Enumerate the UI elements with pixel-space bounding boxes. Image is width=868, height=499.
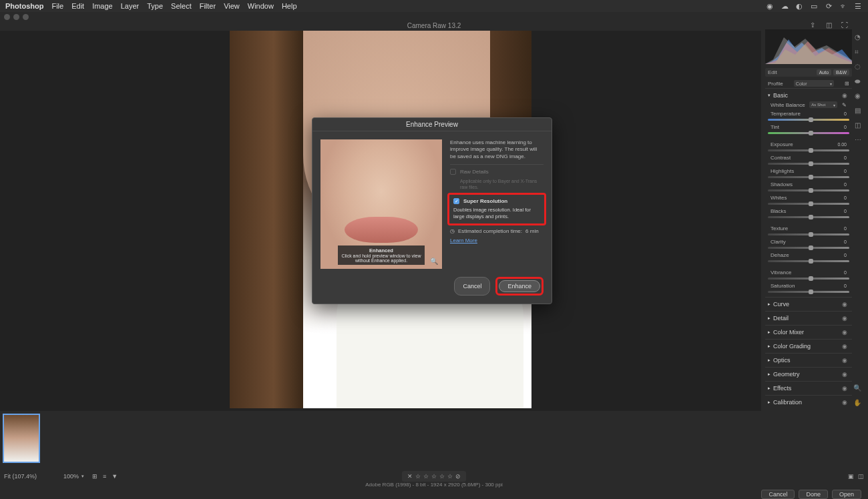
sync-icon[interactable]: ⟳ — [824, 1, 833, 11]
crop-tool-icon[interactable]: ⌗ — [855, 48, 864, 57]
menu-filter[interactable]: Filter — [200, 2, 216, 10]
edit-tool-icon[interactable]: ◔ — [855, 33, 864, 43]
close-window-icon[interactable] — [4, 14, 10, 20]
preset-tool-icon[interactable]: ▤ — [855, 107, 864, 116]
whites-slider[interactable] — [768, 203, 849, 205]
redeye-tool-icon[interactable]: ◉ — [855, 92, 864, 101]
bw-button[interactable]: B&W — [833, 69, 849, 75]
menu-image[interactable]: Image — [92, 2, 113, 10]
filter-icon[interactable]: ▼ — [112, 473, 118, 480]
magnifier-icon[interactable]: 🔍 — [430, 258, 438, 265]
finder-icon[interactable]: ◐ — [795, 1, 804, 11]
eye-icon[interactable]: ◉ — [842, 301, 849, 308]
vibrance-value[interactable]: 0 — [836, 270, 847, 275]
menu-window[interactable]: Window — [248, 2, 274, 10]
temperature-slider[interactable] — [768, 119, 849, 121]
single-view-icon[interactable]: ▣ — [848, 473, 854, 480]
histogram[interactable] — [765, 29, 852, 64]
menu-select[interactable]: Select — [171, 2, 192, 10]
super-resolution-checkbox[interactable]: ✓ — [453, 198, 459, 204]
more-tool-icon[interactable]: ⋯ — [855, 136, 864, 145]
shadows-value[interactable]: 0 — [836, 182, 847, 187]
blacks-slider[interactable] — [768, 216, 849, 218]
menu-view[interactable]: View — [224, 2, 240, 10]
temperature-value[interactable]: 0 — [836, 111, 847, 116]
colorgrading-header[interactable]: ▸Color Grading◉ — [765, 342, 852, 351]
wifi-icon[interactable]: ᯤ — [839, 1, 848, 11]
whites-value[interactable]: 0 — [836, 195, 847, 200]
eye-icon[interactable]: ◉ — [842, 357, 849, 364]
fullscreen-icon[interactable]: ⛶ — [840, 20, 849, 29]
zoom-icon[interactable]: 🔍 — [853, 384, 863, 394]
compare-icon[interactable]: ◫ — [824, 20, 833, 29]
preview-window[interactable]: Enhanced Click and hold preview window t… — [320, 139, 442, 269]
eye-icon[interactable]: ◉ — [842, 92, 849, 99]
eye-icon[interactable]: ◉ — [842, 399, 849, 406]
record-icon[interactable]: ◉ — [765, 1, 775, 11]
snapshot-tool-icon[interactable]: ◫ — [855, 121, 864, 131]
eye-icon[interactable]: ◉ — [842, 385, 849, 392]
dehaze-value[interactable]: 0 — [836, 253, 847, 258]
menu-help[interactable]: Help — [282, 2, 297, 10]
star-4[interactable]: ☆ — [439, 473, 445, 480]
learn-more-link[interactable]: Learn More — [450, 237, 477, 244]
status-bar[interactable]: Adobe RGB (1998) - 8 bit - 1924 x 2920 (… — [0, 482, 868, 490]
clarity-slider[interactable] — [768, 247, 849, 249]
vibrance-slider[interactable] — [768, 278, 849, 280]
shadows-slider[interactable] — [768, 189, 849, 191]
geometry-header[interactable]: ▸Geometry◉ — [765, 370, 852, 379]
profile-grid-icon[interactable]: ⊞ — [845, 81, 849, 87]
eye-icon[interactable]: ◉ — [842, 329, 849, 336]
done-footer-button[interactable]: Done — [799, 490, 828, 499]
eye-icon[interactable]: ◉ — [842, 343, 849, 350]
super-resolution-option[interactable]: ✓ Super Resolution — [453, 198, 540, 205]
saturation-slider[interactable] — [768, 291, 849, 293]
grid-view-icon[interactable]: ⊞ — [92, 473, 97, 480]
maximize-window-icon[interactable] — [23, 14, 29, 20]
highlights-value[interactable]: 0 — [836, 169, 847, 173]
calibration-header[interactable]: ▸Calibration◉ — [765, 398, 852, 407]
thumbnail[interactable] — [3, 414, 40, 463]
star-2[interactable]: ☆ — [423, 473, 429, 480]
texture-slider[interactable] — [768, 233, 849, 235]
contrast-slider[interactable] — [768, 163, 849, 165]
menu-layer[interactable]: Layer — [121, 2, 140, 10]
eye-icon[interactable]: ◉ — [842, 371, 849, 378]
curve-header[interactable]: ▸Curve◉ — [765, 300, 852, 309]
split-view-icon[interactable]: ◫ — [858, 473, 864, 480]
highlights-slider[interactable] — [768, 176, 849, 178]
label-icon[interactable]: ⊘ — [455, 473, 461, 480]
cancel-footer-button[interactable]: Cancel — [761, 490, 795, 499]
clarity-value[interactable]: 0 — [836, 239, 847, 244]
texture-value[interactable]: 0 — [836, 226, 847, 231]
battery-icon[interactable]: ▭ — [809, 1, 819, 11]
mask-tool-icon[interactable]: ⬬ — [855, 77, 864, 87]
eye-icon[interactable]: ◉ — [842, 315, 849, 322]
detail-header[interactable]: ▸Detail◉ — [765, 314, 852, 323]
cloud-icon[interactable]: ☁ — [780, 1, 789, 11]
dehaze-slider[interactable] — [768, 260, 849, 262]
auto-button[interactable]: Auto — [817, 69, 831, 75]
colormixer-header[interactable]: ▸Color Mixer◉ — [765, 328, 852, 337]
dialog-cancel-button[interactable]: Cancel — [454, 277, 490, 296]
reject-icon[interactable]: ✕ — [407, 473, 413, 480]
basic-header[interactable]: ▾ Basic ◉ — [765, 91, 852, 100]
star-3[interactable]: ☆ — [431, 473, 437, 480]
spot-tool-icon[interactable]: ◌ — [855, 63, 864, 72]
dialog-enhance-button[interactable]: Enhance — [499, 280, 540, 292]
export-icon[interactable]: ⇪ — [808, 20, 817, 29]
tint-value[interactable]: 0 — [836, 125, 847, 129]
tint-slider[interactable] — [768, 132, 849, 134]
effects-header[interactable]: ▸Effects◉ — [765, 384, 852, 393]
contrast-value[interactable]: 0 — [836, 155, 847, 160]
optics-header[interactable]: ▸Optics◉ — [765, 356, 852, 365]
star-5[interactable]: ☆ — [447, 473, 453, 480]
eyedropper-icon[interactable]: ✎ — [842, 102, 847, 108]
exposure-value[interactable]: 0.00 — [836, 142, 847, 147]
menu-edit[interactable]: Edit — [71, 2, 84, 10]
wb-select[interactable]: As Shot▾ — [809, 101, 837, 108]
sort-icon[interactable]: ≡ — [103, 473, 106, 480]
menu-file[interactable]: File — [51, 2, 63, 10]
open-footer-button[interactable]: Open — [832, 490, 861, 499]
fit-label[interactable]: Fit (107.4%) — [4, 473, 37, 480]
